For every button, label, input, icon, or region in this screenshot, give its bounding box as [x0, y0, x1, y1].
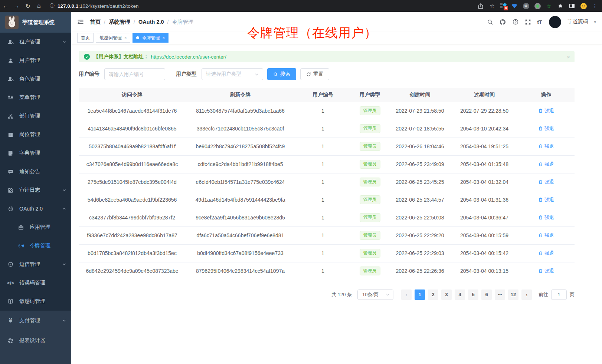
next-page-button[interactable]: › — [521, 289, 532, 300]
sidebar-item-notice[interactable]: 通知公告 — [0, 162, 71, 181]
recorder-extension-icon[interactable] — [534, 3, 541, 9]
force-logout-button[interactable]: 强退 — [538, 143, 554, 150]
table-row: f9336e7c7dd242a283ee98dc86b17a87 dfa6c71… — [79, 226, 575, 244]
force-logout-button[interactable]: 强退 — [538, 232, 554, 239]
action-cell: 强退 — [518, 173, 575, 191]
tab-close-icon[interactable]: × — [124, 36, 127, 40]
expire-time-cell: 2054-03-04 00:13:15 — [451, 262, 518, 280]
doc-link[interactable]: https://doc.iocoder.cn/user-center/ — [151, 54, 226, 60]
sidebar-item-role[interactable]: 角色管理 — [0, 70, 71, 88]
breadcrumb-home[interactable]: 首页 — [90, 19, 101, 26]
filter-form: 用户编号 用户类型 请选择用户类型 搜索 重置 — [79, 68, 575, 80]
sidebar-item-oauth-app[interactable]: 应用管理 — [0, 218, 71, 236]
user-name[interactable]: 芋道源码 — [567, 19, 588, 25]
tab-oauth-token[interactable]: 令牌管理 × — [132, 33, 168, 43]
refresh-token-cell: e6cfd40eb1f54571a31e775e039c4624 — [186, 173, 295, 191]
font-size-icon[interactable]: tT — [537, 19, 542, 25]
star-extension-icon[interactable]: ☆ — [546, 3, 552, 9]
more-pages-button[interactable]: ••• — [495, 289, 505, 300]
share-icon[interactable] — [477, 3, 484, 9]
user-type-select[interactable]: 请选择用户类型 — [202, 68, 263, 80]
table-row: 41c41346a548490f9dc8b01c6bfe0865 333ecfc… — [79, 120, 575, 138]
sidebar-item-error-code[interactable]: </> 错误码管理 — [0, 274, 71, 292]
user-id-input[interactable] — [104, 68, 165, 80]
tab-sensitive-word[interactable]: 敏感词管理 × — [96, 33, 130, 43]
browser-forward-button[interactable]: → — [11, 3, 22, 9]
browser-menu-icon[interactable]: ⋮ — [592, 3, 598, 9]
url-path: :1024/system/oauth2/token — [78, 3, 138, 9]
site-info-icon[interactable]: ⓘ — [50, 3, 55, 9]
tab-label: 令牌管理 — [142, 35, 160, 41]
tab-home[interactable]: 首页 — [77, 33, 94, 43]
page-button-2[interactable]: 2 — [428, 289, 438, 300]
sidebar-fold-icon[interactable] — [77, 19, 84, 25]
access-token-cell: 275e5de9151045fe87cbdc395e004f4d — [79, 173, 186, 191]
force-logout-button[interactable]: 强退 — [538, 196, 554, 203]
sidebar-item-menu[interactable]: 菜单管理 — [0, 88, 71, 107]
help-icon[interactable] — [512, 19, 519, 25]
profile-avatar-icon[interactable]: ☺ — [580, 3, 587, 9]
browser-back-button[interactable]: ← — [0, 3, 11, 9]
user-menu-caret-icon[interactable]: ▾ — [594, 20, 596, 24]
sidebar-item-oauth2[interactable]: OAuth 2.0 — [0, 199, 71, 218]
bookmark-star-icon[interactable]: ☆ — [489, 3, 495, 9]
refresh-token-cell: 8796295f04064c2983414cc54af1097a — [186, 262, 295, 280]
sidebar-item-oauth-token[interactable]: 令牌管理 — [0, 236, 71, 255]
page-button-6[interactable]: 6 — [481, 289, 492, 300]
chevron-down-icon — [62, 188, 66, 192]
force-logout-button[interactable]: 强退 — [538, 107, 554, 114]
sidebar-item-dict[interactable]: 字典管理 — [0, 144, 71, 162]
page-button-5[interactable]: 5 — [468, 289, 478, 300]
page-button-4[interactable]: 4 — [455, 289, 465, 300]
sidebar-item-audit-log[interactable]: 审计日志 — [0, 181, 71, 199]
breadcrumb-oauth2[interactable]: OAuth 2.0 — [138, 19, 164, 25]
sidebar-item-dept[interactable]: 部门管理 — [0, 107, 71, 125]
force-logout-label: 强退 — [544, 196, 554, 203]
sidebar-item-report-designer[interactable]: 报表设计器 — [0, 331, 71, 351]
gem-extension-icon[interactable] — [511, 3, 518, 9]
app-logo-bar[interactable]: 芋道管理系统 — [0, 12, 71, 33]
github-icon[interactable] — [499, 19, 506, 26]
page-button-1[interactable]: 1 — [415, 289, 425, 300]
app-window: 芋道管理系统 租户管理 用户管理 角色管理 菜单管理 部门管理 — [0, 12, 602, 364]
sidebar-item-label: 通知公告 — [19, 168, 40, 175]
sidebar-item-tenant[interactable]: 租户管理 — [0, 33, 71, 51]
sidebar-item-post[interactable]: 岗位管理 — [0, 125, 71, 144]
extensions-puzzle-icon[interactable] — [557, 3, 564, 9]
sidebar-item-sms[interactable]: 短信管理 — [0, 255, 71, 274]
browser-home-button[interactable]: ⌂ — [33, 2, 45, 10]
force-logout-button[interactable]: 强退 — [538, 161, 554, 168]
force-logout-button[interactable]: 强退 — [538, 268, 554, 274]
alert-close-icon[interactable]: × — [567, 54, 570, 60]
force-logout-button[interactable]: 强退 — [538, 214, 554, 221]
browser-reload-button[interactable]: ↻ — [22, 3, 33, 10]
page-button-12[interactable]: 12 — [508, 289, 518, 300]
reset-button[interactable]: 重置 — [300, 68, 329, 80]
sidebar-item-sensitive-word[interactable]: 敏感词管理 — [0, 292, 71, 311]
force-logout-button[interactable]: 强退 — [538, 125, 554, 132]
sidebar-bottom-group: ¥ 支付管理 报表设计器 — [0, 311, 71, 364]
search-icon[interactable] — [487, 19, 493, 25]
fullscreen-icon[interactable] — [525, 19, 531, 25]
expire-time-cell: 2054-03-04 19:51:25 — [451, 138, 518, 155]
force-logout-button[interactable]: 强退 — [538, 179, 554, 185]
tab-close-icon[interactable]: × — [162, 36, 164, 40]
breadcrumb-system[interactable]: 系统管理 — [109, 19, 130, 26]
command-extension-icon[interactable]: ⌘ — [523, 3, 529, 9]
sidebar-item-pay[interactable]: ¥ 支付管理 — [0, 311, 71, 331]
user-avatar[interactable] — [549, 16, 561, 28]
side-panel-icon[interactable] — [569, 3, 575, 9]
prev-page-button[interactable]: ‹ — [401, 289, 412, 300]
extension-tiles-icon[interactable]: 9 — [500, 3, 506, 9]
main-area: 首页 / 系统管理 / OAuth 2.0 / 令牌管理 tT 芋道源码 ▾ — [71, 12, 602, 364]
sidebar-item-user[interactable]: 用户管理 — [0, 51, 71, 70]
page-button-3[interactable]: 3 — [441, 289, 452, 300]
address-bar[interactable]: ⓘ 127.0.0.1:1024/system/oauth2/token — [50, 3, 138, 9]
goto-page-input[interactable] — [551, 289, 567, 300]
force-logout-label: 强退 — [544, 161, 554, 168]
force-logout-button[interactable]: 强退 — [538, 250, 554, 257]
action-cell: 强退 — [518, 209, 575, 226]
total-count: 共 120 条 — [331, 291, 352, 298]
page-size-select[interactable]: 10条/页 — [357, 289, 393, 300]
search-button[interactable]: 搜索 — [267, 68, 296, 80]
